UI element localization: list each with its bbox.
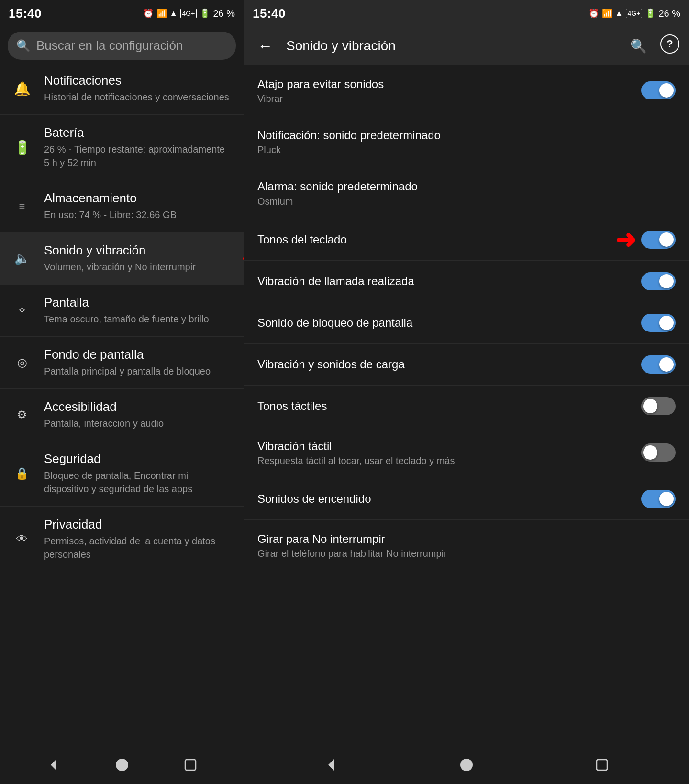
vibracion-carga-text: Vibración y sonidos de carga [257,357,641,372]
search-placeholder: Buscar en la configuración [36,38,183,53]
left-home-button[interactable] [111,753,133,776]
atajo-subtitle: Vibrar [257,93,641,104]
security-subtitle: Bloqueo de pantalla, Encontrar mi dispos… [44,469,232,496]
girar-text: Girar para No interrumpir Girar el teléf… [257,531,676,559]
sonidos-encendido-toggle[interactable] [641,490,676,508]
vibracion-llamada-toggle-thumb [659,274,674,288]
battery-title: Batería [44,125,232,140]
vibracion-carga-toggle-thumb [659,357,674,372]
storage-title: Almacenamiento [44,191,232,206]
notifications-text: Notificaciones Historial de notificacion… [44,73,232,104]
vibracion-tactil-toggle[interactable] [641,443,676,462]
tonos-teclado-toggle[interactable] [641,231,676,249]
action-icons: 🔍 ? [626,34,679,58]
back-button[interactable]: ← [254,33,277,59]
sonidos-encendido-title: Sonidos de encendido [257,491,641,506]
settings-item-privacy[interactable]: 👁 Privacidad Permisos, actividad de la c… [0,507,244,572]
privacy-icon: 👁 [11,529,33,550]
alarma-text: Alarma: sonido predeterminado Osmium [257,179,676,207]
girar-title: Girar para No interrumpir [257,531,676,546]
atajo-toggle[interactable] [641,81,676,99]
sound-item-vibracion-tactil[interactable]: Vibración táctil Respuesta táctil al toc… [244,427,689,478]
sonido-bloqueo-toggle[interactable] [641,314,676,332]
notificacion-title: Notificación: sonido predeterminado [257,128,676,143]
sonidos-encendido-toggle-thumb [659,492,674,506]
atajo-toggle-thumb [659,83,674,98]
svg-point-1 [116,759,128,771]
red-arrow-left: ➜ [242,244,244,273]
right-signal-icon: 📶 [602,8,612,19]
battery-icon: 🔋 [200,8,210,19]
tonos-teclado-text: Tonos del teclado [257,232,641,247]
settings-item-sound[interactable]: 🔈 Sonido y vibración Volumen, vibración … [0,232,244,285]
right-time: 15:40 [253,6,286,21]
sound-item-vibracion-llamada[interactable]: Vibración de llamada realizada [244,261,689,302]
vibracion-tactil-toggle-thumb [643,445,657,460]
vibracion-tactil-text: Vibración táctil Respuesta táctil al toc… [257,439,641,466]
right-network-icon: 4G+ [626,9,643,18]
tonos-tactiles-toggle[interactable] [641,397,676,415]
right-header: ← Sonido y vibración 🔍 ? [244,27,689,65]
sound-subtitle: Volumen, vibración y No interrumpir [44,260,232,274]
display-title: Pantalla [44,295,232,310]
svg-rect-5 [597,760,607,770]
alarma-title: Alarma: sonido predeterminado [257,179,676,194]
wallpaper-text: Fondo de pantalla Pantalla principal y p… [44,347,232,378]
accessibility-subtitle: Pantalla, interacción y audio [44,417,232,430]
sound-item-notificacion[interactable]: Notificación: sonido predeterminado Pluc… [244,116,689,167]
vibracion-carga-toggle[interactable] [641,355,676,374]
sound-item-girar[interactable]: Girar para No interrumpir Girar el teléf… [244,520,689,571]
settings-item-battery[interactable]: 🔋 Batería 26 % - Tiempo restante: aproxi… [0,115,244,180]
help-action-icon[interactable]: ? [660,34,679,54]
right-back-button[interactable] [320,753,343,776]
atajo-title: Atajo para evitar sonidos [257,77,641,91]
battery-subtitle: 26 % - Tiempo restante: aproximadamente … [44,143,232,169]
settings-item-security[interactable]: 🔒 Seguridad Bloqueo de pantalla, Encontr… [0,441,244,507]
settings-list: 🔔 Notificaciones Historial de notificaci… [0,63,244,746]
display-text: Pantalla Tema oscuro, tamaño de fuente y… [44,295,232,326]
network-icon: 4G+ [180,9,197,18]
storage-icon: ≡ [11,196,33,217]
settings-item-notifications[interactable]: 🔔 Notificaciones Historial de notificaci… [0,63,244,115]
svg-point-4 [460,759,473,771]
settings-item-display[interactable]: ✧ Pantalla Tema oscuro, tamaño de fuente… [0,285,244,337]
wallpaper-title: Fondo de pantalla [44,347,232,362]
right-wifi-icon: ▲ [615,9,623,18]
right-home-button[interactable] [455,753,478,776]
vibracion-llamada-toggle[interactable] [641,272,676,290]
sound-item-alarma[interactable]: Alarma: sonido predeterminado Osmium [244,167,689,219]
tonos-tactiles-title: Tonos táctiles [257,398,641,413]
left-status-icons: ⏰ 📶 ▲ 4G+ 🔋 26 % [143,8,235,19]
left-recents-button[interactable] [179,753,202,776]
sound-item-tonos-tactiles[interactable]: Tonos táctiles [244,386,689,427]
vibracion-llamada-text: Vibración de llamada realizada [257,274,641,288]
search-bar[interactable]: 🔍 Buscar en la configuración [8,32,236,60]
settings-item-storage[interactable]: ≡ Almacenamiento En uso: 74 % - Libre: 3… [0,180,244,232]
battery-settings-icon: 🔋 [11,137,33,158]
svg-marker-3 [328,759,334,771]
sound-item-sonido-bloqueo[interactable]: Sonido de bloqueo de pantalla [244,302,689,344]
right-nav-bar [244,746,689,784]
sound-item-atajo[interactable]: Atajo para evitar sonidos Vibrar [244,65,689,116]
svg-marker-0 [51,759,56,771]
search-icon: 🔍 [16,39,31,53]
sound-item-sonidos-encendido[interactable]: Sonidos de encendido [244,478,689,520]
settings-item-wallpaper[interactable]: ◎ Fondo de pantalla Pantalla principal y… [0,337,244,389]
left-panel: 15:40 ⏰ 📶 ▲ 4G+ 🔋 26 % 🔍 Buscar en la co… [0,0,244,784]
svg-rect-2 [185,760,196,770]
storage-text: Almacenamiento En uso: 74 % - Libre: 32.… [44,191,232,221]
display-icon: ✧ [11,300,33,321]
right-alarm-icon: ⏰ [589,8,599,19]
sound-item-vibracion-carga[interactable]: Vibración y sonidos de carga [244,344,689,386]
search-action-icon[interactable]: 🔍 [626,34,651,58]
security-title: Seguridad [44,452,232,466]
storage-subtitle: En uso: 74 % - Libre: 32.66 GB [44,208,232,221]
left-back-button[interactable] [42,753,65,776]
tonos-teclado-toggle-thumb [659,232,674,247]
display-subtitle: Tema oscuro, tamaño de fuente y brillo [44,312,232,326]
sound-item-tonos-teclado[interactable]: ➜ Tonos del teclado [244,219,689,261]
right-recents-button[interactable] [590,753,613,776]
alarma-subtitle: Osmium [257,196,676,207]
accessibility-icon: ⚙ [11,404,33,425]
settings-item-accessibility[interactable]: ⚙ Accesibilidad Pantalla, interacción y … [0,389,244,441]
